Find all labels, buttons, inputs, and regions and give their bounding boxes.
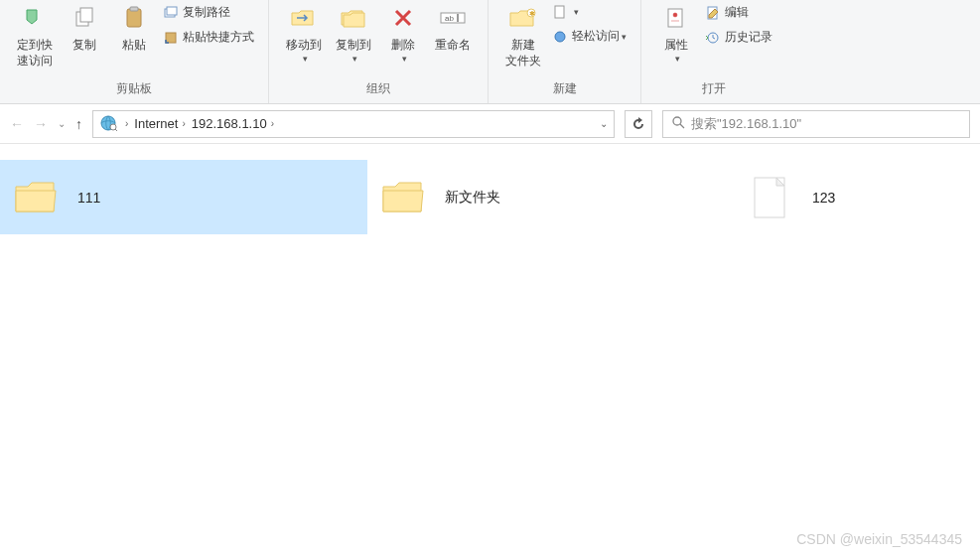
pin-to-quick-access-button[interactable]: 定到快 速访问 xyxy=(10,0,60,70)
watermark: CSDN @weixin_53544345 xyxy=(796,531,962,547)
paste-shortcut-icon xyxy=(163,30,179,46)
paste-shortcut-button[interactable]: 粘贴快捷方式 xyxy=(159,27,258,48)
search-placeholder: 搜索"192.168.1.10" xyxy=(691,115,801,133)
breadcrumb-separator-icon: › xyxy=(125,118,128,129)
easy-access-label: 轻松访问 xyxy=(572,28,620,45)
properties-icon xyxy=(660,2,692,34)
copy-path-label: 复制路径 xyxy=(183,4,230,21)
address-bar[interactable]: › Internet › 192.168.1.10 › ⌄ xyxy=(92,110,615,138)
forward-button[interactable]: → xyxy=(34,116,48,132)
svg-point-13 xyxy=(555,32,565,42)
edit-label: 编辑 xyxy=(725,4,749,21)
file-item[interactable]: 123 xyxy=(735,160,973,234)
copy-label: 复制 xyxy=(72,38,96,54)
refresh-button[interactable] xyxy=(625,110,652,138)
breadcrumb-label: Internet xyxy=(134,116,178,131)
new-item-button[interactable]: ▾ xyxy=(548,2,630,22)
properties-label: 属性 xyxy=(664,38,688,54)
chevron-down-icon: ▾ xyxy=(352,54,357,64)
recent-locations-button[interactable]: ⌄ xyxy=(58,118,66,129)
item-name: 新文件夹 xyxy=(445,189,500,207)
rename-button[interactable]: ab 重命名 xyxy=(428,0,478,56)
svg-rect-1 xyxy=(80,8,92,22)
easy-access-button[interactable]: 轻松访问 ▾ xyxy=(548,26,630,47)
ribbon-group-clipboard: 定到快 速访问 复制 粘贴 复制路径 xyxy=(0,0,269,103)
rename-label: 重命名 xyxy=(435,38,471,54)
history-button[interactable]: 历史记录 xyxy=(701,27,776,48)
svg-rect-6 xyxy=(166,33,176,43)
copy-to-button[interactable]: 复制到 ▾ xyxy=(329,0,378,66)
item-name: 111 xyxy=(77,190,100,206)
item-name: 123 xyxy=(812,190,835,206)
edit-button[interactable]: 编辑 xyxy=(701,2,776,23)
delete-button[interactable]: 删除 ▾ xyxy=(378,0,428,66)
easy-access-icon xyxy=(552,29,568,45)
search-icon xyxy=(671,115,685,132)
copy-to-icon xyxy=(338,2,369,34)
svg-text:✱: ✱ xyxy=(529,10,535,17)
new-folder-icon: ✱ xyxy=(507,2,539,34)
svg-line-20 xyxy=(680,124,684,128)
svg-rect-3 xyxy=(130,7,138,11)
ribbon-group-open: 属性 ▾ 编辑 历史记录 打开 xyxy=(641,0,786,103)
delete-icon xyxy=(387,2,419,34)
svg-rect-14 xyxy=(668,9,682,27)
move-to-button[interactable]: 移动到 ▾ xyxy=(279,0,329,66)
new-folder-button[interactable]: ✱ 新建 文件夹 xyxy=(498,0,548,70)
breadcrumb-separator-icon: › xyxy=(182,118,185,129)
folder-item[interactable]: 111 xyxy=(0,160,367,234)
svg-point-19 xyxy=(673,117,681,125)
folder-icon xyxy=(379,174,427,221)
ribbon-group-new: ✱ 新建 文件夹 ▾ 轻松访问 ▾ xyxy=(489,0,641,103)
group-label-new: 新建 xyxy=(553,76,577,99)
chevron-down-icon: ▾ xyxy=(402,54,407,64)
copy-path-icon xyxy=(163,5,179,21)
file-list: 111 新文件夹 123 xyxy=(0,144,980,252)
chevron-down-icon: ▾ xyxy=(622,32,627,42)
new-item-icon xyxy=(552,4,568,20)
rename-icon: ab xyxy=(437,2,469,34)
paste-icon xyxy=(118,2,150,34)
paste-label: 粘贴 xyxy=(122,38,146,54)
navigation-bar: ← → ⌄ ↑ › Internet › 192.168.1.10 › ⌄ 搜索… xyxy=(0,104,980,144)
back-button[interactable]: ← xyxy=(10,116,24,132)
paste-shortcut-label: 粘贴快捷方式 xyxy=(183,29,254,46)
history-icon xyxy=(705,30,721,46)
folder-item[interactable]: 新文件夹 xyxy=(367,160,735,234)
copy-path-button[interactable]: 复制路径 xyxy=(159,2,258,23)
history-label: 历史记录 xyxy=(725,29,772,46)
address-dropdown-button[interactable]: ⌄ xyxy=(600,118,608,129)
breadcrumb-label: 192.168.1.10 xyxy=(192,116,267,131)
chevron-down-icon: ▾ xyxy=(303,54,308,64)
group-label-organize: 组织 xyxy=(366,76,390,99)
ribbon: 定到快 速访问 复制 粘贴 复制路径 xyxy=(0,0,980,104)
refresh-icon xyxy=(631,117,645,131)
search-box[interactable]: 搜索"192.168.1.10" xyxy=(662,110,970,138)
pin-label: 定到快 速访问 xyxy=(17,38,53,69)
breadcrumb-internet[interactable]: Internet › xyxy=(134,116,185,131)
delete-label: 删除 xyxy=(391,38,415,54)
edit-icon xyxy=(705,5,721,21)
move-to-icon xyxy=(288,2,320,34)
folder-icon xyxy=(12,174,60,221)
pin-icon xyxy=(19,2,51,34)
svg-text:ab: ab xyxy=(445,14,454,23)
ribbon-group-organize: 移动到 ▾ 复制到 ▾ 删除 ▾ ab 重命名 xyxy=(269,0,489,103)
copy-button[interactable]: 复制 xyxy=(60,0,109,56)
copy-icon xyxy=(69,2,100,34)
new-folder-label: 新建 文件夹 xyxy=(505,38,541,69)
chevron-down-icon: ▾ xyxy=(675,54,680,64)
properties-button[interactable]: 属性 ▾ xyxy=(651,0,701,66)
svg-rect-2 xyxy=(127,9,141,27)
breadcrumb-ip[interactable]: 192.168.1.10 › xyxy=(192,116,274,131)
group-label-clipboard: 剪贴板 xyxy=(116,76,152,99)
chevron-down-icon: ▾ xyxy=(574,7,579,17)
file-icon xyxy=(747,174,794,221)
svg-rect-12 xyxy=(555,6,564,18)
up-button[interactable]: ↑ xyxy=(75,116,82,132)
group-label-open: 打开 xyxy=(702,76,726,99)
copy-to-label: 复制到 xyxy=(336,38,371,54)
internet-location-icon xyxy=(99,114,119,134)
move-to-label: 移动到 xyxy=(286,38,322,54)
paste-button[interactable]: 粘贴 xyxy=(109,0,159,56)
